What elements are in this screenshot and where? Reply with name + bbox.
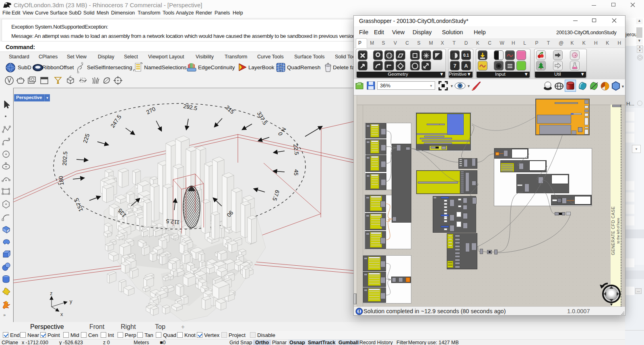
svg-text:y: y bbox=[70, 298, 72, 304]
svg-text:247.5: 247.5 bbox=[109, 114, 122, 129]
svg-text:292.5: 292.5 bbox=[183, 103, 198, 112]
svg-text:337.5: 337.5 bbox=[256, 110, 268, 126]
svg-text:45: 45 bbox=[293, 169, 300, 176]
svg-text:315: 315 bbox=[224, 104, 235, 116]
svg-text:202.5: 202.5 bbox=[61, 151, 68, 165]
svg-text:22.5: 22.5 bbox=[292, 144, 300, 155]
svg-text:67.5: 67.5 bbox=[271, 189, 281, 202]
svg-text:z: z bbox=[50, 290, 53, 296]
svg-text:270: 270 bbox=[145, 105, 157, 116]
svg-text:225: 225 bbox=[82, 133, 91, 144]
svg-text:0: 0 bbox=[277, 131, 284, 136]
svg-text:157.5: 157.5 bbox=[73, 197, 85, 213]
svg-text:180: 180 bbox=[58, 176, 65, 186]
svg-text:x: x bbox=[60, 311, 63, 317]
